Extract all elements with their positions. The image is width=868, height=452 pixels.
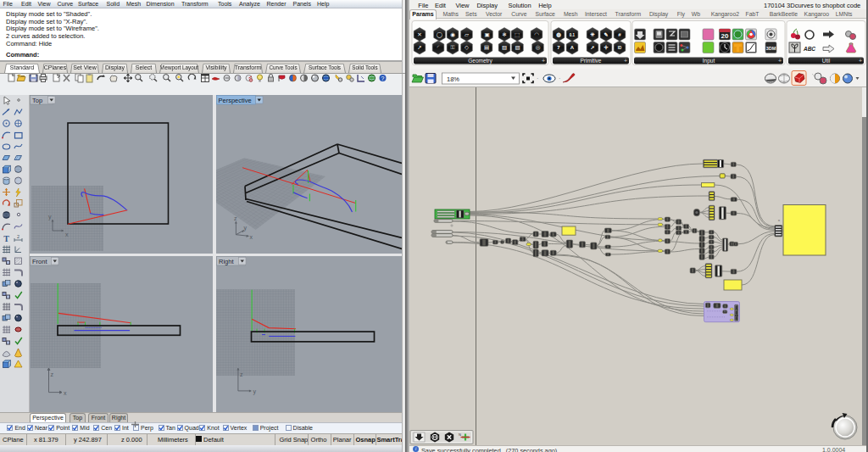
svg-text:20: 20: [721, 32, 729, 40]
svg-text:◍: ◍: [556, 31, 561, 37]
svg-text:✳: ✳: [590, 31, 595, 37]
svg-text:+: +: [778, 58, 782, 64]
svg-text:0.1: 0.1: [570, 33, 576, 37]
svg-text:A: A: [570, 45, 575, 50]
svg-text:T: T: [3, 234, 9, 243]
svg-text:▧: ▧: [515, 44, 520, 50]
svg-text:x: x: [250, 234, 253, 240]
svg-text:◯: ◯: [437, 31, 442, 38]
svg-text:▣: ▣: [484, 31, 489, 37]
svg-text:⚿: ⚿: [451, 44, 455, 50]
svg-text:⬚: ⬚: [515, 31, 520, 37]
svg-text:➚: ➚: [590, 45, 594, 50]
svg-text:▤: ▤: [484, 44, 489, 50]
svg-text:Util: Util: [822, 58, 831, 64]
svg-text:y: y: [48, 214, 52, 220]
svg-text:Geometry: Geometry: [468, 58, 492, 64]
svg-text:◎: ◎: [536, 44, 541, 50]
svg-text:·: ·: [559, 75, 560, 81]
svg-text:ABC: ABC: [803, 46, 815, 52]
svg-text:o: o: [778, 219, 780, 222]
svg-text:18%: 18%: [447, 75, 459, 83]
svg-text:ID: ID: [618, 46, 622, 50]
svg-text:x: x: [64, 390, 67, 396]
svg-text:Right: Right: [219, 258, 234, 265]
svg-text:Primitive: Primitive: [581, 58, 602, 64]
svg-text:❄: ❄: [502, 31, 506, 37]
svg-text:▨: ▨: [502, 44, 507, 50]
svg-text:+: +: [624, 58, 627, 64]
svg-text:Input: Input: [703, 58, 715, 64]
svg-text:Perspective: Perspective: [219, 97, 252, 104]
svg-text:◉: ◉: [450, 31, 455, 37]
svg-text:+: +: [542, 58, 545, 64]
svg-text:y: y: [253, 388, 257, 395]
svg-text:z: z: [234, 215, 237, 221]
svg-text:Top: Top: [32, 97, 42, 104]
svg-text:N: N: [459, 432, 461, 437]
svg-text:+: +: [859, 58, 862, 64]
svg-text:3DM: 3DM: [766, 46, 776, 51]
svg-text:y: y: [244, 225, 248, 232]
svg-text:◇: ◇: [465, 44, 469, 50]
svg-text:✎: ✎: [604, 32, 608, 37]
svg-text:z: z: [240, 371, 243, 377]
svg-text:·: ·: [537, 75, 538, 81]
svg-text:◠: ◠: [534, 31, 539, 37]
svg-text:x: x: [65, 232, 69, 237]
svg-text:✛: ✛: [604, 45, 608, 50]
svg-text:2: 2: [17, 234, 19, 239]
svg-text:Front: Front: [32, 258, 47, 265]
svg-text:✕: ✕: [417, 31, 421, 37]
svg-text:▱: ▱: [465, 31, 469, 37]
svg-text:z: z: [51, 371, 54, 377]
svg-text:➚: ➚: [417, 44, 421, 50]
